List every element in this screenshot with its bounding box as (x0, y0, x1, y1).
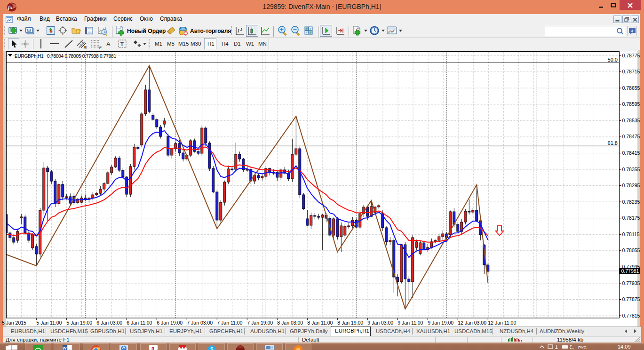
svg-text:8 Jan 03:00: 8 Jan 03:00 (277, 320, 303, 326)
svg-text:6 Jan 19:00: 6 Jan 19:00 (157, 320, 183, 326)
svg-text:W: W (63, 346, 67, 350)
svg-text:9 Jan 19:00: 9 Jan 19:00 (428, 320, 453, 326)
svg-text:EURGBPh,H1 0.78004 0.78005 0: EURGBPh,H1 0.78004 0.78005 0.77938 0.779… (15, 54, 116, 59)
svg-text:6 Jan 03:00: 6 Jan 03:00 (96, 320, 122, 326)
svg-text:8 Jan 11:00: 8 Jan 11:00 (307, 320, 333, 326)
svg-text:0.78055: 0.78055 (622, 247, 640, 253)
svg-text:0.77981: 0.77981 (621, 268, 639, 274)
svg-text:0.77935: 0.77935 (622, 280, 640, 286)
svg-text:7 Jan 11:00: 7 Jan 11:00 (217, 320, 242, 326)
svg-text:12 Jan 11:00: 12 Jan 11:00 (488, 320, 516, 326)
svg-text:0.78235: 0.78235 (622, 199, 640, 205)
svg-text:9 Jan 03:00: 9 Jan 03:00 (367, 320, 393, 326)
svg-text:0.78535: 0.78535 (622, 118, 640, 123)
svg-text:0.78355: 0.78355 (622, 167, 640, 172)
svg-text:12 Jan 03:00: 12 Jan 03:00 (458, 320, 486, 326)
svg-text:50.0: 50.0 (608, 57, 618, 63)
svg-text:0.77815: 0.77815 (622, 313, 640, 318)
svg-text:0.78595: 0.78595 (622, 101, 640, 107)
svg-text:0.78475: 0.78475 (622, 134, 640, 139)
svg-text:РУС: РУС (578, 345, 587, 350)
svg-text:6 Jan 11:00: 6 Jan 11:00 (127, 320, 152, 326)
svg-text:0.78655: 0.78655 (622, 85, 640, 91)
svg-text:0.78175: 0.78175 (622, 215, 640, 221)
svg-text:0.78115: 0.78115 (622, 231, 640, 237)
svg-text:8 Jan 19:00: 8 Jan 19:00 (337, 320, 363, 326)
svg-text:5 Jan 2015: 5 Jan 2015 (2, 320, 26, 326)
svg-text:0.78415: 0.78415 (622, 150, 640, 156)
svg-text:7 Jan 19:00: 7 Jan 19:00 (247, 320, 273, 326)
svg-text:0.78295: 0.78295 (622, 183, 640, 188)
svg-text:0.78715: 0.78715 (622, 69, 640, 74)
svg-text:0.78775: 0.78775 (622, 53, 640, 58)
svg-text:9 Jan 11:00: 9 Jan 11:00 (398, 320, 423, 326)
svg-text:5 Jan 19:00: 5 Jan 19:00 (66, 320, 92, 326)
svg-text:61.8: 61.8 (608, 140, 618, 146)
svg-text:7 Jan 03:00: 7 Jan 03:00 (187, 320, 213, 326)
svg-text:5 Jan 11:00: 5 Jan 11:00 (36, 320, 62, 326)
svg-text:0.77875: 0.77875 (622, 296, 640, 302)
svg-text:я: я (151, 346, 154, 350)
svg-text:S: S (210, 347, 214, 350)
